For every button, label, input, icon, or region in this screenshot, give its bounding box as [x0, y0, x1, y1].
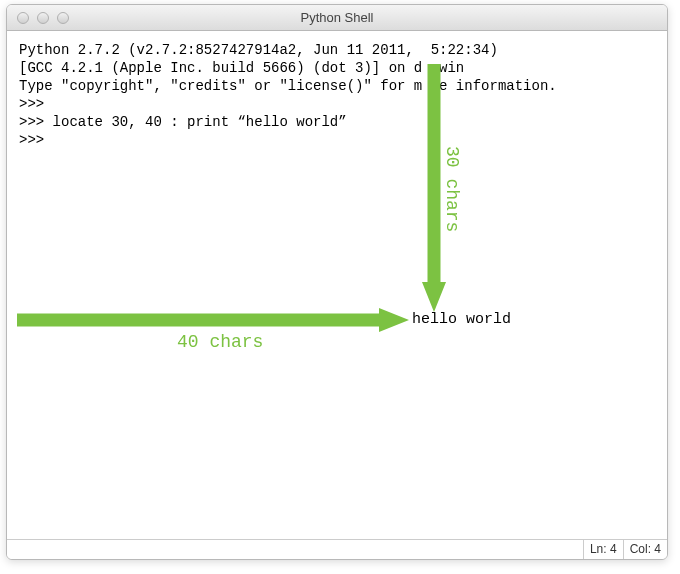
- version-line: Python 2.7.2 (v2.7.2:8527427914a2, Jun 1…: [19, 41, 655, 59]
- titlebar[interactable]: Python Shell: [7, 5, 667, 31]
- command-line: >>> locate 30, 40 : print “hello world”: [19, 113, 655, 131]
- svg-marker-3: [379, 308, 409, 332]
- compiler-line: [GCC 4.2.1 (Apple Inc. build 5666) (dot …: [19, 59, 655, 77]
- status-line: Ln: 4: [583, 540, 623, 559]
- help-line: Type "copyright", "credits" or "license(…: [19, 77, 655, 95]
- shell-content[interactable]: Python 2.7.2 (v2.7.2:8527427914a2, Jun 1…: [7, 31, 667, 539]
- statusbar: Ln: 4 Col: 4: [7, 539, 667, 559]
- status-col: Col: 4: [623, 540, 667, 559]
- window-controls: [7, 12, 69, 24]
- svg-marker-1: [422, 282, 446, 312]
- horizontal-arrow-label: 40 chars: [177, 333, 263, 351]
- python-shell-window: Python Shell Python 2.7.2 (v2.7.2:852742…: [6, 4, 668, 560]
- close-icon[interactable]: [17, 12, 29, 24]
- output-text: hello world: [412, 311, 511, 329]
- zoom-icon[interactable]: [57, 12, 69, 24]
- prompt-line: >>>: [19, 131, 655, 149]
- prompt-line: >>>: [19, 95, 655, 113]
- window-title: Python Shell: [7, 10, 667, 25]
- minimize-icon[interactable]: [37, 12, 49, 24]
- vertical-arrow-label: 30 chars: [443, 146, 461, 232]
